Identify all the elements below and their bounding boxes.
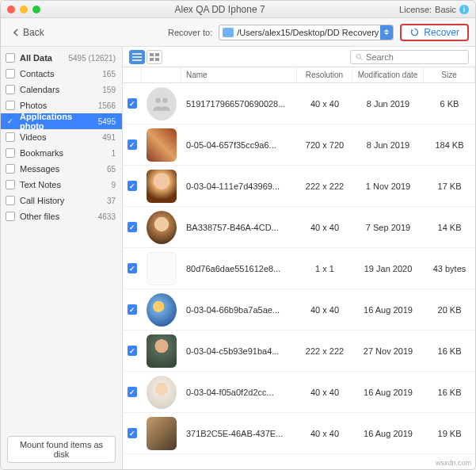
sidebar-item-all-data[interactable]: All Data5495 (12621) xyxy=(1,50,122,66)
row-checkbox[interactable] xyxy=(128,181,137,191)
checkbox[interactable] xyxy=(6,101,15,110)
sidebar-item-label: Contacts xyxy=(20,69,97,78)
sidebar-item-count: 65 xyxy=(107,165,116,174)
sidebar-item-label: Applications photo xyxy=(20,112,93,131)
table-row[interactable]: 0-05-04-657f35cc9a6...720 x 7208 Jun 201… xyxy=(123,124,475,166)
sidebar-item-calendars[interactable]: Calendars159 xyxy=(1,82,122,97)
recover-to-label: Recover to: xyxy=(168,28,212,37)
checkbox[interactable] xyxy=(6,69,15,78)
checkbox[interactable] xyxy=(6,148,15,158)
thumbnail xyxy=(147,128,177,162)
grid-view-button[interactable] xyxy=(147,50,162,64)
search-input[interactable] xyxy=(366,52,463,62)
file-resolution: 1 x 1 xyxy=(297,248,352,288)
checkbox[interactable] xyxy=(6,196,15,205)
table-row[interactable]: 5191717966570690028...40 x 408 Jun 20196… xyxy=(123,83,475,124)
row-checkbox[interactable] xyxy=(128,304,137,315)
table-row[interactable]: 80d76a6dae551612e8...1 x 119 Jan 202043 … xyxy=(123,248,475,289)
checkbox[interactable] xyxy=(6,164,15,174)
checkbox[interactable] xyxy=(6,180,15,189)
sidebar: All Data5495 (12621)Contacts165Calendars… xyxy=(1,47,123,469)
sidebar-item-label: Bookmarks xyxy=(20,148,106,158)
table-row[interactable]: BA338757-B46A-4CD...40 x 407 Sep 201914 … xyxy=(123,207,475,248)
file-date: 27 Nov 2019 xyxy=(352,331,424,371)
file-resolution: 40 x 40 xyxy=(297,413,352,453)
mount-button[interactable]: Mount found items as disk xyxy=(7,436,116,463)
traffic-lights xyxy=(7,6,40,13)
sidebar-item-contacts[interactable]: Contacts165 xyxy=(1,66,122,82)
recover-path-selector[interactable]: /Users/alex15/Desktop/DD Recovery xyxy=(219,25,394,40)
sidebar-item-bookmarks[interactable]: Bookmarks1 xyxy=(1,145,122,161)
sidebar-item-other-files[interactable]: Other files4633 xyxy=(1,208,122,224)
close-icon[interactable] xyxy=(7,6,15,13)
sidebar-item-messages[interactable]: Messages65 xyxy=(1,161,122,177)
thumbnail xyxy=(147,252,177,285)
file-date: 16 Aug 2019 xyxy=(352,372,424,412)
col-date[interactable]: Modification date xyxy=(352,67,424,82)
sidebar-item-label: Calendars xyxy=(20,85,97,94)
row-checkbox[interactable] xyxy=(128,346,137,356)
sidebar-item-label: Messages xyxy=(20,164,102,174)
sidebar-item-text-notes[interactable]: Text Notes9 xyxy=(1,177,122,193)
folder-icon xyxy=(223,28,234,37)
thumbnail xyxy=(147,293,177,327)
row-checkbox[interactable] xyxy=(128,222,137,232)
list-view-button[interactable] xyxy=(129,50,145,64)
checkbox[interactable] xyxy=(6,132,15,142)
row-checkbox[interactable] xyxy=(128,428,137,438)
sidebar-item-count: 165 xyxy=(102,70,116,78)
row-checkbox[interactable] xyxy=(128,387,137,397)
file-size: 14 KB xyxy=(424,207,475,247)
file-date: 16 Aug 2019 xyxy=(352,413,424,453)
body: All Data5495 (12621)Contacts165Calendars… xyxy=(1,47,475,469)
sidebar-item-applications-photo[interactable]: ✓Applications photo5495 xyxy=(1,113,122,129)
sidebar-item-videos[interactable]: Videos491 xyxy=(1,129,122,145)
search-icon xyxy=(356,53,363,61)
toolbar: Back Recover to: /Users/alex15/Desktop/D… xyxy=(1,18,475,47)
maximize-icon[interactable] xyxy=(32,6,40,13)
sidebar-item-count: 491 xyxy=(102,133,116,142)
file-resolution: 720 x 720 xyxy=(297,124,352,165)
search-box[interactable] xyxy=(350,50,469,64)
table-body[interactable]: 5191717966570690028...40 x 408 Jun 20196… xyxy=(123,83,475,469)
col-resolution[interactable]: Resolution xyxy=(297,67,352,82)
table-row[interactable]: 0-03-04-c5b93e91ba4...222 x 22227 Nov 20… xyxy=(123,331,475,372)
row-checkbox[interactable] xyxy=(128,263,137,273)
svg-rect-0 xyxy=(150,53,154,56)
recover-button[interactable]: Recover xyxy=(400,24,469,41)
sidebar-item-count: 9 xyxy=(111,181,116,189)
file-resolution: 40 x 40 xyxy=(297,289,352,330)
file-size: 17 KB xyxy=(424,166,475,206)
checkbox[interactable]: ✓ xyxy=(6,117,15,126)
file-resolution: 40 x 40 xyxy=(297,207,352,247)
table-row[interactable]: 0-03-04-111e7d43969...222 x 2221 Nov 201… xyxy=(123,166,475,207)
svg-point-5 xyxy=(155,97,161,103)
checkbox[interactable] xyxy=(6,85,15,94)
watermark: wsxdn.com xyxy=(436,459,471,467)
info-icon[interactable]: i xyxy=(459,5,469,14)
table-row[interactable]: 371B2C5E-46AB-437E...40 x 4016 Aug 20191… xyxy=(123,413,475,454)
sidebar-item-call-history[interactable]: Call History37 xyxy=(1,193,122,208)
sidebar-item-label: Videos xyxy=(20,132,97,142)
file-date: 8 Jun 2019 xyxy=(352,124,424,165)
col-size[interactable]: Size xyxy=(424,67,475,82)
table-row[interactable]: 0-03-04-f05a0f2d2cc...40 x 4016 Aug 2019… xyxy=(123,372,475,413)
minimize-icon[interactable] xyxy=(20,6,28,13)
svg-point-6 xyxy=(162,97,168,103)
checkbox[interactable] xyxy=(6,53,15,63)
row-checkbox[interactable] xyxy=(128,98,137,109)
checkbox[interactable] xyxy=(6,212,15,221)
file-resolution: 40 x 40 xyxy=(297,83,352,124)
thumbnail xyxy=(147,211,177,244)
back-button[interactable]: Back xyxy=(7,25,49,40)
thumbnail xyxy=(147,87,177,120)
thumbnail xyxy=(147,417,177,450)
file-size: 43 bytes xyxy=(424,248,475,288)
row-checkbox[interactable] xyxy=(128,139,137,150)
col-name[interactable]: Name xyxy=(181,67,297,82)
table-row[interactable]: 0-03-04-66b9ba7a5ae...40 x 4016 Aug 2019… xyxy=(123,289,475,331)
svg-point-4 xyxy=(356,54,360,58)
thumbnail xyxy=(147,334,177,368)
file-size: 6 KB xyxy=(424,83,475,124)
sidebar-item-photos[interactable]: Photos1566 xyxy=(1,97,122,113)
